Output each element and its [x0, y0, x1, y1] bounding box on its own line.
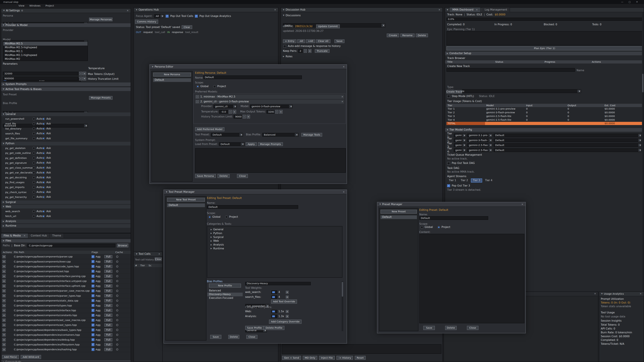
full-button[interactable]: Full [104, 333, 112, 337]
full-button[interactable]: Full [104, 328, 112, 332]
new-persona-button[interactable]: New Persona [153, 72, 191, 77]
agg-checkbox[interactable]: ✓ [92, 319, 94, 322]
ask-radio[interactable] [42, 176, 45, 179]
close-icon[interactable]: ✕ [640, 293, 642, 295]
max-output-increment[interactable]: + [279, 110, 282, 114]
full-button[interactable]: Full [104, 319, 112, 322]
composer-button-2[interactable]: Inject File [319, 356, 335, 360]
keep-pairs-decrement[interactable]: - [304, 49, 307, 53]
agg-checkbox[interactable]: ✓ [92, 348, 94, 351]
ask-radio[interactable] [42, 215, 45, 218]
tier-provider-select[interactable]: gemini [454, 148, 466, 152]
category-tree-item[interactable]: ▶Surgical [208, 235, 341, 239]
max-tokens-increment[interactable]: + [83, 72, 86, 75]
browse-button[interactable]: Browse [117, 244, 128, 247]
tool-group-header[interactable]: ▼Web [1, 205, 130, 209]
full-button[interactable]: Full [104, 279, 112, 283]
auto-radio[interactable] [32, 117, 35, 120]
close-icon[interactable]: ✕ [438, 9, 440, 11]
tab-log-management[interactable]: Log Management [482, 7, 510, 12]
persona-bias-profile-select[interactable]: Balanced [262, 133, 298, 137]
auto-radio[interactable] [32, 181, 35, 184]
agg-checkbox[interactable]: ✓ [92, 294, 94, 297]
history-limit-input[interactable]: 900000 [3, 77, 78, 80]
agg-checkbox[interactable]: ✓ [92, 260, 94, 263]
manage-presets-button[interactable]: Manage Presets [89, 96, 112, 100]
epic-planning-textarea[interactable] [446, 31, 643, 45]
add-wildcard-button[interactable]: Add Wildcard [21, 355, 41, 359]
persona-name-input[interactable]: Default [203, 75, 302, 79]
autoadd-checkbox[interactable] [283, 45, 286, 48]
tab-files-media[interactable]: Files & Media ✕ [1, 233, 28, 238]
composer-button-0[interactable]: Gen + Send [282, 356, 301, 360]
base-dir-input[interactable]: C:/projects/gencpp [27, 244, 115, 247]
model-option[interactable]: MiniMax-M2 [3, 57, 88, 61]
new-profile-button[interactable]: New Profile [209, 284, 241, 288]
remove-file-button[interactable]: x [2, 328, 6, 332]
remove-file-button[interactable]: x [2, 309, 6, 312]
menu-windows[interactable]: Windows [29, 4, 40, 7]
full-button[interactable]: Full [104, 304, 112, 307]
keep-pairs-input[interactable]: 2 [298, 49, 302, 53]
delete-profile-button[interactable]: Delete Profile [264, 326, 284, 330]
ask-radio[interactable] [42, 171, 45, 174]
composer-button-4[interactable]: Reset [355, 356, 366, 360]
track-name-input[interactable] [446, 68, 575, 72]
ask-radio[interactable] [42, 122, 45, 125]
close-icon[interactable]: ✕ [343, 66, 345, 68]
discussions-section-header[interactable]: ▼ Discussions [283, 14, 301, 17]
reorder-button[interactable]: - [196, 95, 199, 98]
truncate-button[interactable]: Truncate [315, 49, 330, 53]
agg-checkbox[interactable]: ✓ [92, 280, 94, 283]
update-commit-button[interactable]: Update Commit [316, 24, 340, 28]
full-button[interactable]: Full [104, 324, 112, 327]
ask-radio[interactable] [42, 186, 45, 189]
close-icon[interactable]: ✕ [343, 191, 345, 193]
close-icon[interactable]: ✕ [522, 203, 523, 206]
create-track-button[interactable]: Create Track [446, 90, 462, 93]
close-icon[interactable]: ✕ [158, 253, 160, 255]
pop-out-tier3-checkbox[interactable]: ✓ [447, 184, 450, 187]
tool-group-header[interactable]: ▶Analysis [1, 220, 130, 223]
ask-radio[interactable] [42, 147, 45, 150]
menu-view[interactable]: View [18, 4, 24, 7]
clear-tool-calls-button[interactable]: Clear [155, 257, 162, 261]
auto-radio[interactable] [32, 196, 35, 198]
save-persona-button[interactable]: Save Persona [195, 174, 216, 178]
full-button[interactable]: Full [104, 275, 112, 278]
close-icon[interactable]: ✕ [126, 9, 128, 12]
remove-model-icon[interactable]: ✕ [341, 100, 343, 103]
max-output-decrement[interactable]: - [275, 110, 278, 114]
agent-stream-tab[interactable]: Tier 2 [459, 178, 470, 183]
full-button[interactable]: Full [104, 299, 112, 302]
persona-tool-preset-select[interactable]: Default [211, 133, 243, 137]
max-tokens-input[interactable]: 32000 [3, 72, 78, 75]
pref-provider-select[interactable]: gemini_cli [214, 105, 237, 108]
history-limit-increment[interactable]: + [83, 77, 86, 80]
delete-persona-button[interactable]: Delete [218, 174, 230, 178]
add-files-button[interactable]: Add File(s) [2, 355, 19, 359]
scope-project-radio[interactable] [213, 85, 216, 88]
auto-radio[interactable] [32, 122, 35, 125]
agent-stream-tab[interactable]: Tier 3 [471, 178, 482, 183]
preset-manager-header[interactable]: ▼ Preset Manager ✕ [377, 202, 526, 207]
scrollbar-handle[interactable] [342, 282, 343, 297]
track-type-select[interactable]: feature [454, 89, 581, 93]
agg-checkbox[interactable]: ✓ [92, 314, 94, 317]
auto-radio[interactable] [32, 157, 35, 159]
auto-radio[interactable] [32, 152, 35, 155]
scrollbar-handle[interactable] [642, 74, 643, 92]
ask-radio[interactable] [42, 137, 45, 140]
minus-all-button[interactable]: -All [297, 39, 305, 43]
close-dialog-button[interactable]: Close [237, 174, 248, 178]
tier-model-select[interactable]: gemini-3.1-pro-preview [467, 134, 492, 137]
remove-model-icon[interactable]: ✕ [341, 96, 343, 98]
save-profile-button[interactable]: Save Profile [245, 326, 264, 330]
auto-radio[interactable] [32, 137, 35, 140]
close-button[interactable]: Close [467, 326, 478, 330]
keep-pairs-increment[interactable]: + [308, 49, 312, 53]
tool-group-header[interactable]: ▶Surgical [1, 200, 130, 204]
auto-radio[interactable] [32, 191, 35, 194]
remove-file-button[interactable]: x [2, 289, 6, 293]
full-button[interactable]: Full [104, 265, 112, 268]
